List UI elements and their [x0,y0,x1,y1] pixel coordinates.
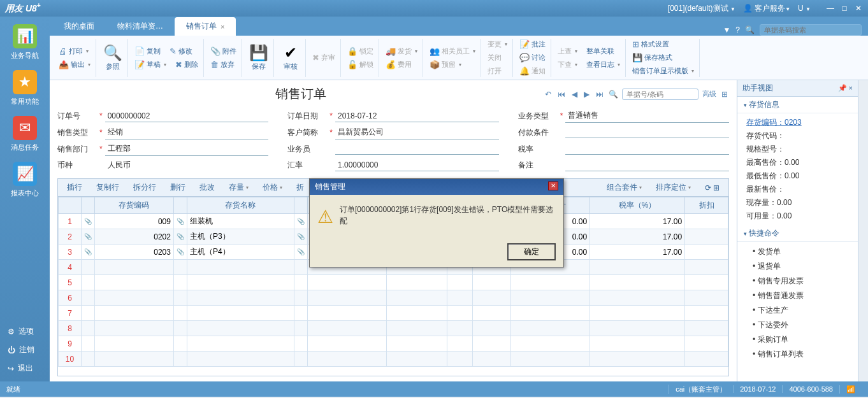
advanced-search-link[interactable]: 高级 [702,89,716,99]
tab-desktop[interactable]: 我的桌面 [52,17,106,36]
grid-settings-button[interactable]: ⟳ ⊞ [698,180,726,195]
reference-button[interactable]: 🔍参照 [98,39,128,77]
copy-row-button[interactable]: 复制行 [90,180,126,195]
quick-command-item[interactable]: 采购订单 [746,332,849,347]
quick-command-item[interactable]: 下达委外 [746,318,849,332]
quick-command-item[interactable]: 发货单 [746,245,849,259]
settings-icon[interactable]: ⊞ [720,89,729,100]
col-disc[interactable]: 折扣 [685,197,728,214]
modify-button[interactable]: ✎修改 [167,45,195,58]
inv-code-link[interactable]: 存货编码：0203 [746,118,802,127]
nav-options[interactable]: ⚙选项 [0,322,50,341]
dialog-close-button[interactable]: ✕ [548,181,558,190]
deaudit-button[interactable]: ✖弃审 [310,51,338,64]
send-button[interactable]: 🚚发货▾ [383,45,420,58]
lookup-down-button[interactable]: 下查▾ [555,58,580,71]
maximize-button[interactable]: □ [840,4,849,13]
change-button[interactable]: 变更▾ [485,38,510,51]
biz-type-field[interactable]: 普通销售 [565,109,729,123]
approve-button[interactable]: 📝批注 [517,38,548,51]
tab-sales-order[interactable]: 销售订单× [175,17,236,36]
quick-command-item[interactable]: 退货单 [746,259,849,274]
attach-button[interactable]: 📎附件 [208,45,239,58]
delete-row-button[interactable]: 删行 [164,180,192,195]
quick-command-item[interactable]: 销售普通发票 [746,288,849,303]
pin-icon[interactable]: 📌 × [838,84,853,92]
table-row[interactable]: 7 [59,306,728,321]
employee-field[interactable] [335,143,499,155]
delete-button[interactable]: ✖删除 [173,58,201,71]
first-icon[interactable]: ⏮ [556,89,567,100]
dialog-ok-button[interactable]: 确定 [507,243,556,260]
format-save-button[interactable]: 💾保存格式 [630,51,697,64]
price-button[interactable]: 价格▾ [256,180,289,195]
tab-material[interactable]: 物料清单资… [106,17,175,36]
note-field[interactable] [565,160,729,171]
open-doc-button[interactable]: 打开 [485,64,510,78]
sort-button[interactable]: 排序定位▾ [649,180,697,195]
undo-icon[interactable]: ↶ [544,89,553,100]
audit-button[interactable]: ✔审核 [275,39,306,77]
order-no-field[interactable]: 0000000002 [105,110,269,122]
template-button[interactable]: 销售订单显示模版▾ [630,64,697,78]
format-set-button[interactable]: ⊞格式设置 [630,38,697,51]
dept-field[interactable]: 工程部 [105,142,269,156]
cost-button[interactable]: 💰费用 [383,58,420,71]
table-row[interactable]: 9 [59,336,728,352]
lock-button[interactable]: 🔒锁定 [345,45,376,58]
split-row-button[interactable]: 拆分行 [127,180,163,195]
discuss-button[interactable]: 💬讨论 [517,51,548,64]
related-button[interactable]: 👥相关员工▾ [427,45,478,58]
close-doc-button[interactable]: 关闭 [485,51,510,64]
table-row[interactable]: 6 [59,290,728,306]
payment-field[interactable] [565,127,729,138]
tax-field[interactable] [565,143,729,155]
help-icon[interactable]: ? [735,25,740,34]
reserve-button[interactable]: 📦预留▾ [427,58,478,71]
unlock-button[interactable]: 🔓解锁 [345,58,376,71]
draft-button[interactable]: 📝草稿▾ [132,58,169,71]
print-button[interactable]: 🖨打印▾ [56,45,93,58]
combo-button[interactable]: 组合套件▾ [600,180,648,195]
tab-menu-caret[interactable]: ▼ [723,25,730,34]
service-link[interactable]: 👤 客户服务▼ [743,3,790,14]
col-taxrate[interactable]: 税率（%） [590,197,685,214]
quick-command-item[interactable]: 下达生产 [746,303,849,318]
barcode-search-input[interactable] [760,24,862,36]
nav-exit[interactable]: ↪退出 [0,359,50,378]
rate-field[interactable]: 1.00000000 [335,159,499,171]
customer-field[interactable]: 昌新贸易公司 [335,125,499,139]
col-code[interactable]: 存货编码 [95,197,174,214]
lookup-up-button[interactable]: 上查▾ [555,45,580,58]
account-selector[interactable]: [001](default)测试 ▼ [668,3,735,14]
insert-row-button[interactable]: 插行 [61,180,89,195]
close-icon[interactable]: × [221,23,224,31]
stock-button[interactable]: 存量▾ [222,180,255,195]
copy-button[interactable]: 📄复制 [132,45,163,58]
prev-icon[interactable]: ◀ [570,89,579,100]
vertical-scrollbar[interactable] [858,80,868,381]
col-name[interactable]: 存货名称 [187,197,294,214]
quick-command-item[interactable]: 销售订单列表 [746,347,849,362]
nav-logout[interactable]: ⏻注销 [0,341,50,359]
commands-section-header[interactable]: 快捷命令 [737,225,858,242]
doc-search-input[interactable] [622,89,698,100]
minimize-button[interactable]: — [826,4,835,13]
next-icon[interactable]: ▶ [582,89,591,100]
discard-button[interactable]: 🗑放弃 [208,58,239,71]
nav-rpt[interactable]: 📈报表中心 [6,160,44,199]
batch-button[interactable]: 批改 [193,180,221,195]
notify-button[interactable]: 🔔通知 [517,64,548,78]
u-menu[interactable]: U ▼ [798,4,811,13]
sale-type-field[interactable]: 经销 [105,125,269,139]
log-button[interactable]: 查看日志▾ [584,58,623,71]
output-button[interactable]: 📤输出▾ [56,58,93,71]
nav-biz[interactable]: 📊业务导航 [6,23,44,61]
save-button[interactable]: 💾保存 [243,39,274,77]
assoc-button[interactable]: 整单关联 [584,45,617,58]
nav-msg[interactable]: ✉消息任务 [6,115,44,153]
discount-button[interactable]: 折 [290,180,310,195]
quick-command-item[interactable]: 销售专用发票 [746,274,849,288]
nav-fav[interactable]: ★常用功能 [6,69,44,107]
table-row[interactable]: 8 [59,321,728,336]
